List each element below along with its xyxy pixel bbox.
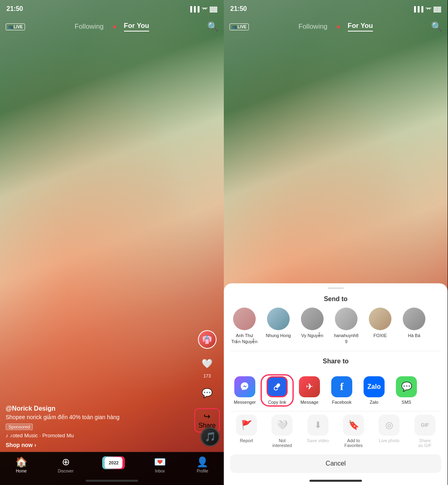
profile-icon: 👤 xyxy=(196,456,208,468)
contact-avatar-4 xyxy=(335,308,358,330)
app-zalo[interactable]: Zalo Zalo xyxy=(360,376,389,405)
for-you-tab-left[interactable]: For You xyxy=(124,22,149,32)
contact-avatar-2 xyxy=(267,308,290,330)
nav-create-left[interactable]: 2022 xyxy=(104,456,123,469)
action-share-gif[interactable]: GIF Shareas GIF xyxy=(409,415,441,448)
send-to-title: Send to xyxy=(224,289,448,308)
compass-icon: ⊕ xyxy=(62,456,70,468)
contact-3[interactable]: Vy Nguyễn xyxy=(298,308,326,344)
app-copylink[interactable]: Copy link xyxy=(263,376,292,405)
app-messenger[interactable]: Messenger xyxy=(230,376,259,405)
heart-icon: 🤍 xyxy=(199,355,216,372)
right-actions-left: 👘 🤍 173 💬 ↪ Share xyxy=(194,330,220,432)
top-nav-right: 📺 LIVE Following For You 🔍 xyxy=(224,18,448,36)
nav-profile-left[interactable]: 👤 Profile xyxy=(196,456,208,473)
contact-name-1: Anh ThưTrần Nguyễn xyxy=(231,333,258,344)
message-icon: ✈ xyxy=(299,376,320,397)
right-phone: 21:50 ▐▐▐ ⌤ ▓▓ 📺 LIVE Following For You … xyxy=(224,0,448,485)
contact-name-3: Vy Nguyễn xyxy=(301,333,323,338)
for-you-tab-right[interactable]: For You xyxy=(348,22,373,32)
status-icons-left: ▐▐▐ ⌤ ▓▓ xyxy=(188,6,217,12)
facebook-icon: f xyxy=(331,376,352,397)
nav-dot-right xyxy=(337,25,340,28)
time-left: 21:50 xyxy=(6,5,23,13)
home-indicator-left xyxy=(86,480,138,482)
zalo-icon: Zalo xyxy=(364,376,385,397)
time-right: 21:50 xyxy=(230,5,247,13)
status-icons-right: ▐▐▐ ⌤ ▓▓ xyxy=(412,6,441,12)
tv-icon: 📺 xyxy=(8,25,13,29)
action-add-favorites[interactable]: 🔖 Add toFavorites xyxy=(337,415,370,448)
top-nav-left: 📺 LIVE Following For You 🔍 xyxy=(0,18,224,36)
home-icon: 🏠 xyxy=(15,456,27,468)
app-facebook[interactable]: f Facebook xyxy=(327,376,356,405)
share-to-title: Share to xyxy=(224,351,448,370)
share-sheet: Send to Anh ThưTrần Nguyễn Nhung Hong Vy… xyxy=(224,283,448,485)
app-sms[interactable]: 💬 SMS xyxy=(392,376,421,405)
search-button-left[interactable]: 🔍 xyxy=(207,21,218,32)
create-button-left[interactable]: 2022 xyxy=(104,456,123,469)
music-disc-left[interactable]: 🎵 xyxy=(200,427,220,447)
battery-icon: ▓▓ xyxy=(210,6,217,12)
messenger-label: Messenger xyxy=(234,400,256,405)
sponsored-tag-left: Sponsored xyxy=(6,424,33,430)
copylink-label: Copy link xyxy=(268,400,286,405)
facebook-label: Facebook xyxy=(332,400,351,405)
description-left: Shopee norick giảm đến 40% toàn gian hàn… xyxy=(6,414,196,420)
save-video-icon: ⬇ xyxy=(307,415,328,436)
report-icon: 🚩 xyxy=(236,415,257,436)
gif-icon: GIF xyxy=(414,415,435,436)
live-button-right[interactable]: 📺 LIVE xyxy=(229,23,249,30)
app-message[interactable]: ✈ Message xyxy=(295,376,324,405)
sms-icon: 💬 xyxy=(396,376,417,397)
add-favorites-icon: 🔖 xyxy=(343,415,364,436)
live-photo-icon: ◎ xyxy=(379,415,400,436)
nav-inbox-left[interactable]: 💌 Inbox xyxy=(154,456,166,473)
following-tab-right[interactable]: Following xyxy=(299,23,328,31)
comment-action-left[interactable]: 💬 xyxy=(199,385,216,402)
contact-5[interactable]: FOXIE xyxy=(366,308,394,344)
contact-avatar-6 xyxy=(403,308,425,330)
contact-name-6: Hà Bá xyxy=(408,333,421,338)
wifi-icon: ⌤ xyxy=(202,6,208,12)
chevron-right-icon: › xyxy=(34,442,36,448)
nav-discover-left[interactable]: ⊕ Discover xyxy=(58,456,74,473)
contact-name-4: hanahuynh89 xyxy=(334,333,359,344)
like-action-left[interactable]: 🤍 173 xyxy=(199,355,216,378)
action-save-video[interactable]: ⬇ Save video xyxy=(302,415,334,448)
live-photo-label: Live photo xyxy=(379,438,400,443)
messenger-icon xyxy=(234,376,255,397)
following-tab-left[interactable]: Following xyxy=(75,23,104,31)
signal-icon: ▐▐▐ xyxy=(188,6,200,12)
contact-avatar-5 xyxy=(369,308,391,330)
contact-avatar-1 xyxy=(233,308,256,330)
nav-home-left[interactable]: 🏠 Home xyxy=(15,456,27,473)
action-report[interactable]: 🚩 Report xyxy=(230,415,263,448)
create-btn-inner: 2022 xyxy=(105,457,122,468)
action-live-photo[interactable]: ◎ Live photo xyxy=(373,415,405,448)
signal-icon-right: ▐▐▐ xyxy=(412,6,423,12)
wifi-icon-right: ⌤ xyxy=(425,6,431,12)
add-favorites-label: Add toFavorites xyxy=(345,438,363,448)
not-interested-icon: 🤍 xyxy=(271,415,292,436)
not-interested-label: Notinterested xyxy=(272,438,292,448)
contact-4[interactable]: hanahuynh89 xyxy=(332,308,360,344)
nav-dot-left xyxy=(113,25,116,28)
live-button-left[interactable]: 📺 LIVE xyxy=(6,23,25,30)
contact-1[interactable]: Anh ThưTrần Nguyễn xyxy=(230,308,259,344)
cancel-button[interactable]: Cancel xyxy=(230,454,441,473)
action-not-interested[interactable]: 🤍 Notinterested xyxy=(266,415,298,448)
nav-links-right: Following For You xyxy=(299,22,373,32)
bottom-content-left: @Norick Design Shopee norick giảm đến 40… xyxy=(6,405,196,449)
battery-icon-right: ▓▓ xyxy=(433,6,441,12)
search-button-right[interactable]: 🔍 xyxy=(431,21,442,32)
username-left[interactable]: @Norick Design xyxy=(6,405,196,412)
contact-6[interactable]: Hà Bá xyxy=(400,308,428,344)
shop-now-button-left[interactable]: Shop now › xyxy=(6,442,36,448)
status-bar-right: 21:50 ▐▐▐ ⌤ ▓▓ xyxy=(224,0,448,18)
inbox-icon: 💌 xyxy=(154,456,166,468)
share-gif-label: Shareas GIF xyxy=(418,438,431,448)
contact-2[interactable]: Nhung Hong xyxy=(264,308,292,344)
actions-row: 🚩 Report 🤍 Notinterested ⬇ Save video 🔖 … xyxy=(224,411,448,451)
creator-avatar-left[interactable]: 👘 xyxy=(198,330,217,349)
